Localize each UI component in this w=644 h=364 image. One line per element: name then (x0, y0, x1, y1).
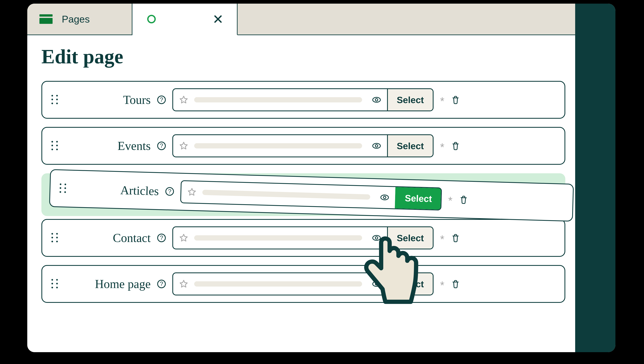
editor-panel: Edit page Tours ? Select * Events ? Sele… (27, 35, 575, 352)
tab-bar: Pages (27, 4, 575, 35)
drag-handle-icon[interactable] (52, 279, 59, 289)
help-icon[interactable]: ? (157, 96, 166, 104)
required-asterisk-icon: * (448, 193, 452, 206)
star-icon[interactable] (187, 187, 197, 197)
drag-handle-icon[interactable] (60, 183, 67, 194)
tab-strip-remainder (238, 4, 575, 35)
help-icon[interactable]: ? (157, 142, 166, 150)
page-row[interactable]: Contact ? Select * (42, 219, 565, 257)
drag-handle-icon[interactable] (52, 233, 59, 243)
required-asterisk-icon: * (440, 231, 444, 245)
delete-icon[interactable] (451, 95, 460, 105)
linked-item-chip[interactable]: Select (172, 272, 434, 295)
tab-pages[interactable]: Pages (27, 4, 132, 35)
select-button[interactable]: Select (387, 89, 433, 111)
page-list: Tours ? Select * Events ? Select * Artic… (42, 81, 565, 303)
select-button[interactable]: Select (387, 135, 433, 157)
visibility-icon[interactable] (372, 95, 381, 104)
required-asterisk-icon: * (440, 93, 444, 107)
linked-item-placeholder (194, 143, 362, 148)
help-icon[interactable]: ? (157, 234, 166, 242)
visibility-icon[interactable] (372, 141, 381, 150)
delete-icon[interactable] (451, 279, 460, 289)
delete-icon[interactable] (459, 194, 468, 205)
page-row[interactable]: Home page ? Select * (42, 265, 565, 303)
page-title: Edit page (42, 45, 565, 68)
page-row-label: Events (65, 139, 151, 153)
select-button[interactable]: Select (395, 187, 441, 210)
star-icon[interactable] (179, 233, 188, 242)
page-row[interactable]: Events ? Select * (42, 127, 565, 165)
app-window: Pages Edit page Tours ? Select * Events … (27, 4, 616, 352)
right-docked-panel (575, 4, 616, 352)
page-row-label: Contact (65, 231, 151, 245)
select-button[interactable]: Select (387, 227, 433, 249)
tab-pages-label: Pages (62, 14, 90, 25)
page-row-label: Articles (73, 182, 159, 198)
select-button[interactable]: Select (387, 273, 433, 295)
linked-item-chip[interactable]: Select (172, 88, 434, 111)
linked-item-chip[interactable]: Select (180, 180, 442, 210)
drag-handle-icon[interactable] (52, 141, 59, 151)
page-row-label: Home page (65, 277, 151, 291)
tab-active-edit-page[interactable] (132, 4, 238, 35)
delete-icon[interactable] (451, 233, 460, 243)
required-asterisk-icon: * (440, 277, 444, 291)
help-icon[interactable]: ? (165, 187, 174, 196)
linked-item-chip[interactable]: Select (172, 134, 434, 157)
visibility-icon[interactable] (380, 193, 389, 202)
pages-app-icon (40, 14, 52, 24)
close-tab-icon[interactable] (214, 15, 222, 23)
delete-icon[interactable] (451, 141, 460, 151)
help-icon[interactable]: ? (157, 280, 166, 288)
unsaved-indicator-icon (147, 15, 156, 23)
page-row-label: Tours (65, 93, 151, 107)
linked-item-placeholder (202, 190, 370, 200)
star-icon[interactable] (179, 141, 188, 150)
linked-item-chip[interactable]: Select (172, 226, 434, 249)
linked-item-placeholder (194, 281, 362, 286)
linked-item-placeholder (194, 235, 362, 240)
visibility-icon[interactable] (372, 233, 381, 242)
star-icon[interactable] (179, 279, 188, 288)
page-row[interactable]: Tours ? Select * (42, 81, 565, 119)
required-asterisk-icon: * (440, 139, 444, 153)
linked-item-placeholder (194, 97, 362, 102)
star-icon[interactable] (179, 95, 188, 104)
visibility-icon[interactable] (372, 279, 381, 288)
drag-handle-icon[interactable] (52, 95, 59, 105)
